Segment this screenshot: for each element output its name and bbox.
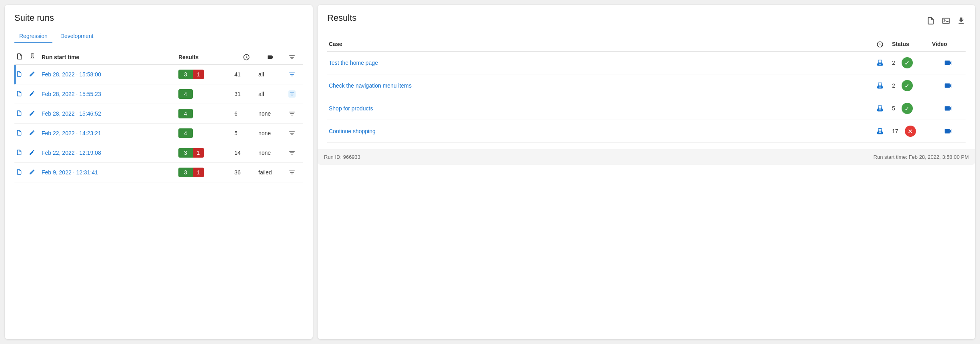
row-edit-icon[interactable] — [29, 149, 42, 157]
table-row[interactable]: Feb 9, 2022 · 12:31:41 3 1 36 failed — [14, 163, 303, 182]
case-video[interactable] — [932, 127, 964, 136]
header-video-icon — [258, 54, 282, 61]
row-results-badge: 4 — [178, 128, 234, 138]
case-status: 5 ✓ — [892, 103, 932, 114]
row-run-time[interactable]: Feb 9, 2022 · 12:31:41 — [42, 169, 178, 176]
row-edit-icon[interactable] — [29, 71, 42, 78]
header-edit-icon — [29, 53, 42, 61]
case-time-value: 2 — [892, 60, 895, 66]
case-status: 2 ✓ — [892, 80, 932, 91]
header-doc-icon — [16, 53, 29, 61]
results-row[interactable]: Continue shopping 17 ✕ — [327, 120, 966, 143]
table-row[interactable]: Feb 22, 2022 · 14:23:21 4 5 none — [14, 124, 303, 143]
document-icon[interactable] — [926, 16, 935, 26]
case-video[interactable] — [932, 104, 964, 113]
case-time-value: 17 — [892, 128, 898, 134]
results-actions — [926, 16, 966, 26]
case-video[interactable] — [932, 81, 964, 90]
row-results-badge: 4 — [178, 89, 234, 99]
case-video[interactable] — [932, 58, 964, 67]
results-row[interactable]: Shop for products 5 ✓ — [327, 97, 966, 120]
results-row[interactable]: Test the home page 2 ✓ — [327, 52, 966, 74]
case-link[interactable]: Continue shopping — [329, 128, 868, 134]
tab-regression[interactable]: Regression — [14, 30, 52, 43]
row-filter-icon[interactable] — [282, 71, 302, 78]
row-filter-value: all — [258, 91, 282, 97]
case-flask-icon — [868, 105, 892, 112]
row-result-count: 14 — [234, 150, 258, 156]
row-edit-icon[interactable] — [29, 110, 42, 118]
case-link[interactable]: Check the navigation menu items — [329, 82, 868, 89]
tab-development[interactable]: Development — [56, 30, 98, 43]
row-results-badge: 3 1 — [178, 148, 234, 158]
row-doc-icon[interactable] — [16, 149, 29, 157]
results-header: Results — [327, 13, 966, 30]
row-result-count: 31 — [234, 91, 258, 97]
row-filter-icon[interactable] — [282, 90, 302, 98]
results-row[interactable]: Check the navigation menu items 2 ✓ — [327, 74, 966, 97]
row-run-time[interactable]: Feb 28, 2022 · 15:55:23 — [42, 91, 178, 97]
row-results-badge: 4 — [178, 109, 234, 118]
terminal-icon[interactable] — [942, 16, 950, 26]
case-flask-icon — [868, 82, 892, 89]
header-filter-icon — [282, 54, 302, 61]
table-row[interactable]: Feb 28, 2022 · 15:58:00 3 1 41 all — [14, 65, 303, 84]
row-filter-icon[interactable] — [282, 169, 302, 176]
badge-red: 1 — [193, 168, 204, 177]
case-link[interactable]: Shop for products — [329, 105, 868, 112]
badge-green: 3 — [178, 70, 193, 79]
row-filter-icon[interactable] — [282, 149, 302, 156]
case-status: 17 ✕ — [892, 126, 932, 137]
row-run-time[interactable]: Feb 28, 2022 · 15:58:00 — [42, 71, 178, 78]
row-results-badge: 3 1 — [178, 168, 234, 177]
row-doc-icon[interactable] — [16, 130, 29, 137]
row-edit-icon[interactable] — [29, 90, 42, 98]
row-doc-icon[interactable] — [16, 90, 29, 98]
badge-green: 3 — [178, 148, 193, 158]
row-edit-icon[interactable] — [29, 169, 42, 176]
case-status: 2 ✓ — [892, 57, 932, 68]
row-filter-icon[interactable] — [282, 130, 302, 137]
row-result-count: 5 — [234, 130, 258, 136]
row-run-time[interactable]: Feb 22, 2022 · 14:23:21 — [42, 130, 178, 136]
col-video: Video — [932, 41, 964, 48]
table-row[interactable]: Feb 28, 2022 · 15:55:23 4 31 all — [14, 84, 303, 104]
suite-runs-title: Suite runs — [14, 13, 303, 23]
row-result-count: 41 — [234, 71, 258, 78]
run-id: Run ID: 966933 — [324, 154, 360, 160]
row-filter-value: none — [258, 130, 282, 136]
row-edit-icon[interactable] — [29, 130, 42, 137]
row-result-count: 36 — [234, 169, 258, 176]
table-row[interactable]: Feb 28, 2022 · 15:46:52 4 6 none — [14, 104, 303, 124]
row-result-count: 6 — [234, 110, 258, 117]
row-run-time[interactable]: Feb 22, 2022 · 12:19:08 — [42, 150, 178, 156]
row-filter-icon[interactable] — [282, 110, 302, 117]
col-time-icon — [868, 41, 892, 48]
row-doc-icon[interactable] — [16, 169, 29, 176]
row-doc-icon[interactable] — [16, 110, 29, 118]
col-case: Case — [329, 41, 868, 48]
status-success-icon: ✓ — [902, 57, 913, 68]
row-filter-value: failed — [258, 169, 282, 176]
suite-runs-panel: Suite runs Regression Development Run st… — [5, 5, 313, 339]
table-body: Feb 28, 2022 · 15:58:00 3 1 41 all — [14, 65, 303, 182]
results-table-header: Case Status Video — [327, 38, 966, 52]
case-flask-icon — [868, 128, 892, 135]
results-title: Results — [327, 13, 356, 23]
header-run-start-time: Run start time — [42, 54, 178, 60]
status-error-icon: ✕ — [905, 126, 916, 137]
header-time-icon — [234, 54, 258, 61]
case-link[interactable]: Test the home page — [329, 60, 868, 66]
case-time-value: 5 — [892, 105, 895, 112]
row-run-time[interactable]: Feb 28, 2022 · 15:46:52 — [42, 110, 178, 117]
badge-red: 1 — [193, 70, 204, 79]
status-success-icon: ✓ — [902, 103, 913, 114]
badge-green: 4 — [178, 89, 193, 99]
row-doc-icon[interactable] — [16, 71, 29, 78]
download-icon[interactable] — [957, 16, 966, 26]
results-table-body: Test the home page 2 ✓ Check the navigat… — [327, 52, 966, 143]
table-row[interactable]: Feb 22, 2022 · 12:19:08 3 1 14 none — [14, 143, 303, 163]
status-success-icon: ✓ — [902, 80, 913, 91]
badge-green: 3 — [178, 168, 193, 177]
row-filter-value: none — [258, 110, 282, 117]
